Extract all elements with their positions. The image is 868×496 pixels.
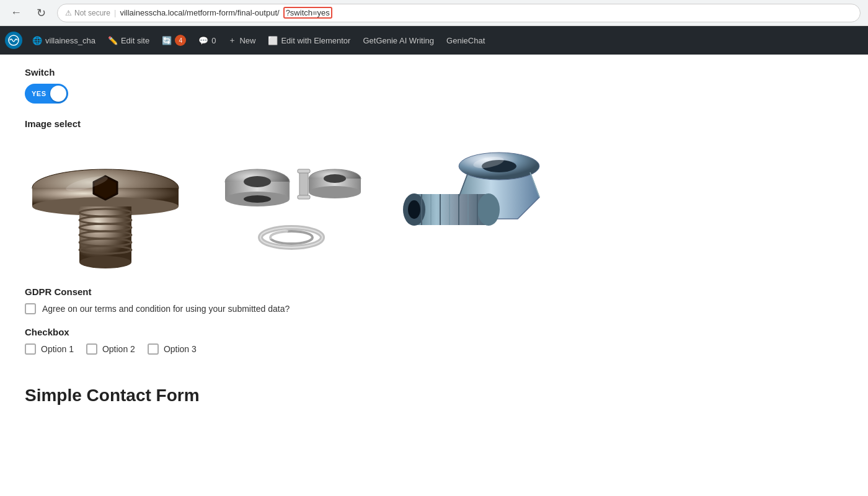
- page-content: Switch YES Image select: [0, 55, 868, 418]
- checkbox-option-1-label: Option 1: [41, 344, 74, 354]
- image-select-section: Image select: [25, 118, 843, 272]
- checkbox-section: Checkbox Option 1 Option 2 Option 3: [25, 327, 843, 355]
- edit-site-icon: ✏️: [108, 36, 118, 45]
- browser-bar: ← ↻ ⚠ Not secure | villainesscha.local/m…: [0, 0, 868, 26]
- svg-rect-22: [298, 195, 310, 199]
- image-option-1[interactable]: [25, 135, 186, 272]
- elementor-icon: ⬜: [268, 36, 278, 45]
- checkbox-option-1[interactable]: Option 1: [25, 343, 74, 355]
- updates-link[interactable]: 🔄 4: [157, 26, 191, 55]
- svg-point-13: [79, 256, 131, 268]
- image-select-label: Image select: [25, 118, 843, 129]
- url-param: ?switch=yes: [283, 7, 332, 19]
- toggle-yes-label: YES: [32, 90, 46, 97]
- checkbox-option-3[interactable]: Option 3: [148, 343, 197, 355]
- switch-label: Switch: [25, 67, 843, 78]
- svg-point-19: [244, 195, 271, 203]
- admin-site-link[interactable]: 🌐 villainess_cha: [27, 26, 100, 55]
- updates-icon: 🔄: [162, 36, 172, 45]
- elementor-link[interactable]: ⬜ Edit with Elementor: [263, 26, 355, 55]
- switch-toggle[interactable]: YES: [25, 84, 68, 104]
- not-secure-indicator: ⚠ Not secure: [65, 9, 110, 17]
- checkbox-option-3-label: Option 3: [164, 344, 197, 354]
- checkbox-option-2[interactable]: Option 2: [86, 343, 135, 355]
- refresh-button[interactable]: ↻: [32, 4, 50, 22]
- simple-contact-form-title: Simple Contact Form: [25, 386, 843, 405]
- svg-rect-21: [298, 169, 310, 173]
- svg-point-26: [324, 174, 346, 183]
- checkbox-section-label: Checkbox: [25, 327, 843, 337]
- warning-icon: ⚠: [65, 9, 72, 17]
- gdpr-text: Agree on our terms and condition for usi…: [42, 304, 290, 314]
- url-separator: |: [114, 8, 116, 17]
- plus-icon: ＋: [228, 35, 236, 46]
- getgenie-link[interactable]: GetGenie AI Writing: [358, 26, 439, 55]
- simple-contact-form-section: Simple Contact Form: [25, 373, 843, 405]
- gdpr-checkbox[interactable]: [25, 303, 36, 314]
- wp-icon[interactable]: [5, 32, 22, 49]
- gdpr-label: GDPR Consent: [25, 286, 843, 297]
- comments-link[interactable]: 💬 0: [193, 26, 221, 55]
- checkbox-1[interactable]: [25, 343, 36, 355]
- checkbox-3[interactable]: [148, 343, 159, 355]
- wp-admin-bar: 🌐 villainess_cha ✏️ Edit site 🔄 4 💬 0 ＋ …: [0, 26, 868, 55]
- checkbox-option-2-label: Option 2: [102, 344, 135, 354]
- gdpr-row: Agree on our terms and condition for usi…: [25, 303, 843, 314]
- gdpr-section: GDPR Consent Agree on our terms and cond…: [25, 286, 843, 314]
- address-bar[interactable]: ⚠ Not secure | villainesscha.local/metfo…: [57, 4, 861, 22]
- geniechat-link[interactable]: GenieChat: [441, 26, 490, 55]
- edit-site-link[interactable]: ✏️ Edit site: [103, 26, 154, 55]
- checkbox-options-row: Option 1 Option 2 Option 3: [25, 343, 843, 355]
- svg-rect-20: [299, 171, 308, 196]
- image-option-2[interactable]: [211, 135, 372, 272]
- back-button[interactable]: ←: [7, 4, 25, 22]
- comments-icon: 💬: [198, 36, 208, 45]
- svg-point-18: [244, 176, 271, 187]
- site-icon: 🌐: [32, 36, 42, 45]
- new-button[interactable]: ＋ New: [223, 26, 260, 55]
- svg-point-36: [477, 193, 500, 226]
- updates-badge: 4: [175, 35, 186, 46]
- image-option-3[interactable]: [397, 135, 558, 272]
- url-base: villainesscha.local/metform-form/final-o…: [120, 8, 279, 17]
- svg-point-44: [408, 200, 420, 219]
- switch-section: Switch YES: [25, 67, 843, 104]
- image-select-row: [25, 135, 843, 272]
- checkbox-2[interactable]: [86, 343, 97, 355]
- toggle-knob: [50, 86, 66, 102]
- svg-point-25: [309, 186, 361, 198]
